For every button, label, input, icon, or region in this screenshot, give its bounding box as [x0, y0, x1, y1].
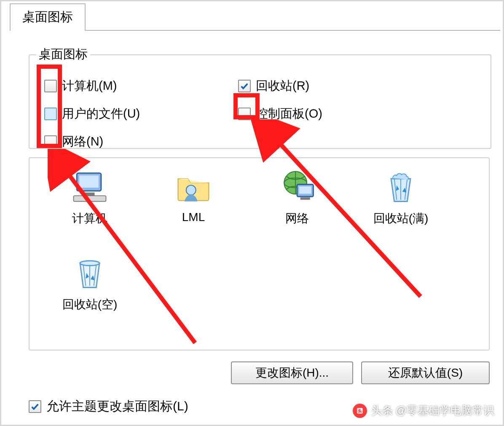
svg-rect-8 [299, 186, 311, 194]
checkbox-row-computer[interactable]: 计算机(M) [44, 72, 140, 100]
preview-item-computer[interactable]: 计算机 [38, 164, 142, 250]
dialog-window: 桌面图标 桌面图标 计算机(M) 用户的文件(U) 网络(N) 回收站(R) [0, 0, 504, 426]
checkbox-row-controlpanel[interactable]: 控制面板(O) [238, 100, 322, 128]
groupbox-legend: 桌面图标 [36, 46, 90, 63]
groupbox-desktop-icons: 桌面图标 计算机(M) 用户的文件(U) 网络(N) 回收站(R) 控 [29, 54, 491, 149]
checkbox-label: 回收站(R) [256, 78, 309, 94]
checkbox-computer[interactable] [44, 80, 57, 92]
checkbox-network[interactable] [44, 135, 57, 148]
userfolder-icon [172, 166, 214, 208]
recycle-empty-icon [69, 252, 111, 294]
svg-text:头: 头 [358, 409, 362, 413]
tab-mask [11, 30, 79, 31]
svg-point-4 [186, 185, 196, 195]
svg-rect-1 [79, 175, 99, 188]
toutiao-icon: 头 [353, 404, 367, 418]
preview-label: 网络 [285, 210, 309, 226]
checkbox-label: 用户的文件(U) [62, 105, 140, 122]
preview-item-recycle-full[interactable]: 回收站(满) [349, 164, 453, 250]
allow-themes-row[interactable]: 允许主题更改桌面图标(L) [29, 398, 188, 415]
checkbox-label: 控制面板(O) [256, 105, 322, 122]
checkbox-row-network[interactable]: 网络(N) [44, 128, 140, 156]
watermark: 头 头条 @零基础学电脑常识 [353, 403, 494, 418]
preview-label: LML [182, 210, 205, 224]
svg-rect-3 [74, 196, 106, 201]
checkbox-allow-themes[interactable] [29, 400, 41, 413]
checkbox-userfiles[interactable] [44, 108, 57, 120]
preview-label: 计算机 [72, 210, 107, 226]
tab-desktop-icons[interactable]: 桌面图标 [10, 3, 86, 31]
checkbox-recyclebin[interactable] [238, 80, 251, 92]
allow-themes-label: 允许主题更改桌面图标(L) [46, 398, 188, 415]
checkbox-row-recyclebin[interactable]: 回收站(R) [238, 72, 322, 100]
checkbox-label: 计算机(M) [62, 78, 117, 94]
checkbox-column-left: 计算机(M) 用户的文件(U) 网络(N) [44, 72, 140, 156]
checkbox-row-userfiles[interactable]: 用户的文件(U) [44, 100, 140, 128]
watermark-prefix: 头条 [371, 403, 393, 418]
restore-default-button[interactable]: 还原默认值(S) [361, 361, 490, 384]
watermark-text: @零基础学电脑常识 [396, 403, 494, 418]
preview-item-recycle-empty[interactable]: 回收站(空) [38, 250, 142, 336]
computer-icon [69, 166, 111, 208]
icon-preview-grid: 计算机 LML [38, 164, 480, 336]
icon-preview-panel: 计算机 LML [29, 157, 490, 351]
tab-strip: 桌面图标 [10, 5, 86, 31]
checkbox-controlpanel[interactable] [238, 108, 251, 120]
network-icon [276, 166, 318, 208]
checkbox-column-right: 回收站(R) 控制面板(O) [238, 72, 322, 128]
preview-label: 回收站(空) [62, 297, 118, 313]
change-icon-button[interactable]: 更改图标(H)... [231, 361, 353, 384]
preview-item-network[interactable]: 网络 [245, 164, 349, 250]
checkbox-label: 网络(N) [62, 133, 103, 150]
recycle-full-icon [380, 166, 422, 208]
preview-label: 回收站(满) [373, 210, 429, 226]
svg-rect-2 [83, 192, 95, 196]
preview-item-userfolder[interactable]: LML [142, 164, 245, 250]
svg-rect-9 [300, 197, 310, 200]
